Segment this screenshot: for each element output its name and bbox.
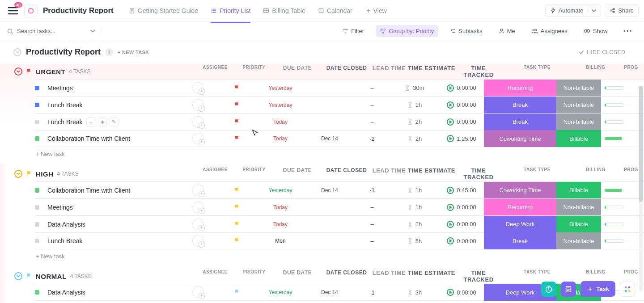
me-button[interactable]: Me (494, 25, 520, 37)
tab-priority-list[interactable]: Priority List (205, 4, 256, 18)
progress-bar[interactable] (604, 206, 624, 209)
tag-icon[interactable]: ◈ (98, 118, 107, 126)
progress-bar[interactable] (604, 223, 624, 226)
status-square[interactable] (35, 239, 39, 243)
billing-tag[interactable]: Non-billable (556, 114, 601, 130)
due-date-cell[interactable]: Today (256, 216, 305, 233)
column-header[interactable]: ASSIGNEE (195, 167, 235, 181)
add-assignee-button[interactable] (192, 133, 204, 144)
column-header[interactable]: ASSIGNEE (195, 65, 235, 78)
column-header[interactable]: TIME ESTIMATE (407, 269, 456, 283)
column-header[interactable]: ASSIGNEE (195, 269, 235, 283)
add-assignee-button[interactable] (192, 116, 204, 128)
due-date-cell[interactable]: Today (256, 114, 305, 130)
assignees-button[interactable]: Assignees (527, 25, 572, 37)
column-header[interactable]: DATE CLOSED (322, 65, 371, 78)
timer-fab[interactable] (541, 282, 556, 297)
new-task-inline-button[interactable]: + NEW TASK (118, 50, 149, 55)
search-box[interactable] (7, 27, 101, 35)
column-header[interactable]: PRIORITY (235, 167, 273, 181)
due-date-cell[interactable]: Yesterday (256, 97, 305, 114)
column-header[interactable]: DATE CLOSED (322, 269, 371, 283)
task-row[interactable]: Lunch Break Mon – 5h 0:00:00 Break Non-b… (35, 232, 644, 249)
app-grid-button[interactable] (620, 282, 635, 297)
priority-cell[interactable] (218, 130, 256, 147)
chevron-down-icon[interactable] (90, 29, 95, 34)
collapse-group-icon[interactable] (14, 272, 22, 280)
play-icon[interactable] (447, 237, 454, 244)
play-icon[interactable] (447, 101, 454, 109)
task-row[interactable]: Meetings Today – 1h 0:00:00 Recurring No… (35, 198, 644, 215)
time-tracked-cell[interactable]: 0:00:00 (439, 216, 484, 233)
list-scroll[interactable]: Productivity Report i + NEW TASK HIDE CL… (0, 41, 644, 303)
time-estimate-cell[interactable]: 1h (390, 97, 439, 114)
time-estimate-cell[interactable]: 30m (390, 80, 439, 97)
column-header[interactable]: PRIORITY (235, 65, 273, 78)
time-tracked-cell[interactable]: 1:25:00 (439, 130, 484, 147)
column-header[interactable]: TASK TYPE (501, 167, 573, 181)
time-tracked-cell[interactable]: 0:00:00 (439, 97, 484, 114)
status-square[interactable] (35, 86, 39, 90)
add-assignee-button[interactable] (192, 235, 204, 247)
menu-button[interactable]: 40 (5, 4, 21, 17)
column-header[interactable]: DATE CLOSED (322, 167, 371, 181)
add-view-button[interactable]: ＋ View (360, 3, 392, 18)
group-by-button[interactable]: Group by: Priority (376, 25, 438, 37)
task-type-tag[interactable]: Break (484, 97, 556, 114)
priority-cell[interactable] (218, 216, 256, 233)
play-icon[interactable] (447, 221, 454, 228)
priority-cell[interactable] (218, 284, 256, 301)
column-header[interactable]: DUE DATE (273, 65, 322, 78)
task-type-tag[interactable]: Coworking Time (484, 182, 556, 199)
progress-bar[interactable] (604, 137, 624, 140)
time-tracked-cell[interactable]: 0:00:00 (439, 199, 484, 216)
priority-cell[interactable] (218, 199, 256, 216)
collapse-group-icon[interactable] (14, 170, 22, 178)
billing-tag[interactable]: Billable (556, 182, 601, 199)
billing-tag[interactable]: Non-billable (556, 199, 601, 216)
share-button[interactable]: Share (605, 4, 639, 17)
time-estimate-cell[interactable]: 1h (390, 199, 439, 216)
task-row[interactable]: Lunch Break Yesterday – 1h 0:00:00 Break… (35, 96, 644, 113)
task-type-tag[interactable]: Coworking Time (484, 130, 556, 147)
column-header[interactable]: BILLING (573, 167, 618, 181)
add-assignee-button[interactable] (192, 82, 204, 94)
priority-cell[interactable] (218, 80, 256, 97)
add-assignee-button[interactable] (192, 286, 204, 298)
notepad-fab[interactable] (561, 282, 576, 297)
collapse-report-icon[interactable] (13, 48, 21, 56)
status-square[interactable] (35, 188, 39, 193)
play-icon[interactable] (447, 204, 454, 211)
task-type-tag[interactable]: Recurring (484, 199, 556, 216)
info-icon[interactable]: i (105, 48, 113, 56)
show-button[interactable]: Show (579, 25, 612, 37)
play-icon[interactable] (447, 135, 454, 142)
time-estimate-cell[interactable]: 2h (390, 216, 439, 233)
add-assignee-button[interactable] (192, 202, 204, 213)
billing-tag[interactable]: Billable (556, 130, 601, 147)
due-date-cell[interactable]: Today (256, 130, 305, 147)
column-header[interactable]: TIME ESTIMATE (407, 167, 456, 181)
progress-bar[interactable] (604, 103, 624, 107)
column-header[interactable]: PRIORITY (235, 269, 273, 283)
progress-bar[interactable] (604, 189, 624, 192)
column-header[interactable]: LEAD TIME (371, 269, 407, 283)
priority-cell[interactable] (218, 97, 256, 114)
add-assignee-button[interactable] (192, 219, 204, 230)
time-tracked-cell[interactable]: 0:00:00 (439, 114, 484, 130)
time-estimate-cell[interactable]: 2h (390, 114, 439, 130)
billing-tag[interactable]: Non-billable (556, 97, 601, 114)
time-tracked-cell[interactable]: 0:00:00 (439, 284, 484, 301)
chevron-down-icon[interactable] (588, 8, 596, 13)
add-task-row[interactable]: + New task (14, 147, 644, 164)
priority-cell[interactable] (218, 232, 256, 249)
status-square[interactable] (35, 120, 39, 124)
status-square[interactable] (35, 290, 39, 295)
task-row[interactable]: Lunch Break ⌄◈✎ Today – 2h 0:00:00 Break… (35, 113, 644, 130)
billing-tag[interactable]: Non-billable (556, 80, 601, 97)
subtasks-button[interactable]: Subtasks (445, 25, 487, 37)
status-square[interactable] (35, 205, 39, 210)
task-row[interactable]: Meetings Yesterday – 30m 0:00:00 Recurri… (35, 79, 644, 96)
task-row[interactable]: Data Analysis Today – 2h 0:00:00 Deep Wo… (35, 215, 644, 232)
column-header[interactable]: LEAD TIME (371, 65, 407, 78)
